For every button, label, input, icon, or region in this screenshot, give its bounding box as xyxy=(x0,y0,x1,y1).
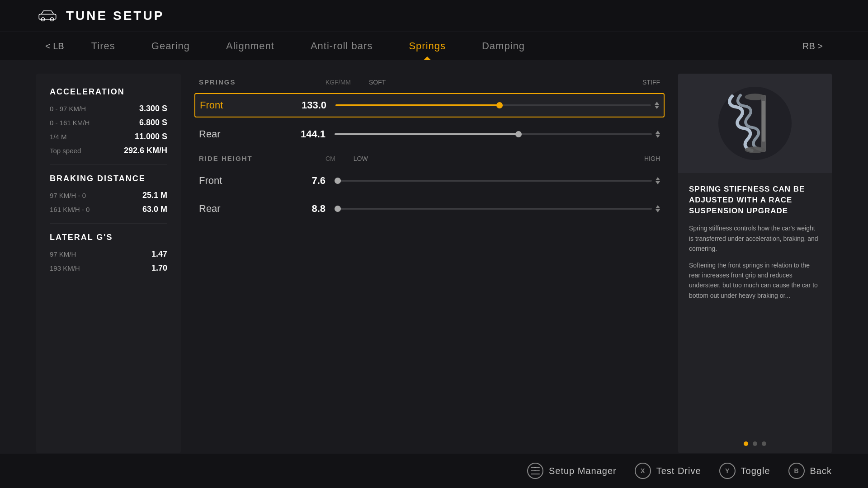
header: TUNE SETUP xyxy=(0,0,868,32)
stat-lateral-193: 193 KM/H 1.70 xyxy=(50,263,167,273)
svg-rect-10 xyxy=(531,474,540,474)
ride-height-rear-slider[interactable] xyxy=(335,202,652,216)
ride-height-high: HIGH xyxy=(644,155,660,162)
arrow-down-icon xyxy=(655,106,659,109)
divider-2 xyxy=(50,223,167,224)
info-para-2: Softening the front springs in relation … xyxy=(689,260,821,301)
setup-manager-button[interactable]: Setup Manager xyxy=(527,463,617,479)
arrow-down-rear-icon xyxy=(656,135,660,138)
lateral-title: LATERAL G'S xyxy=(50,233,167,242)
stat-0-97: 0 - 97 KM/H 3.300 S xyxy=(50,104,167,113)
svg-rect-11 xyxy=(534,467,536,468)
tab-tires[interactable]: Tires xyxy=(73,32,133,60)
ride-height-header: RIDE HEIGHT CM LOW HIGH xyxy=(199,155,660,162)
test-drive-button[interactable]: X Test Drive xyxy=(635,463,701,479)
carousel-dot-1[interactable] xyxy=(744,441,748,446)
springs-front-row[interactable]: Front 133.0 xyxy=(194,93,665,117)
springs-rear-slider[interactable] xyxy=(335,127,652,141)
springs-front-fill xyxy=(335,104,500,106)
arrow-down-rh-front-icon xyxy=(656,181,660,184)
test-drive-icon: X xyxy=(635,463,651,479)
stat-label-topspeed: Top speed xyxy=(50,147,81,155)
arrow-down-rh-rear-icon xyxy=(656,209,660,212)
setup-manager-label: Setup Manager xyxy=(549,466,617,476)
ride-height-front-slider[interactable] xyxy=(335,174,652,188)
springs-rear-row[interactable]: Rear 144.1 xyxy=(194,123,665,145)
setup-manager-icon xyxy=(527,463,543,479)
ride-height-front-row[interactable]: Front 7.6 xyxy=(194,169,665,192)
ride-height-rear-label: Rear xyxy=(199,203,289,215)
ride-height-label: RIDE HEIGHT xyxy=(199,155,326,162)
stats-panel: ACCELERATION 0 - 97 KM/H 3.300 S 0 - 161… xyxy=(36,74,181,453)
stat-top-speed: Top speed 292.6 KM/H xyxy=(50,146,167,155)
stat-value-braking-161: 63.0 M xyxy=(142,205,167,214)
toggle-button[interactable]: Y Toggle xyxy=(719,463,770,479)
stat-value-quarter: 11.000 S xyxy=(135,132,167,141)
footer: Setup Manager X Test Drive Y Toggle B Ba… xyxy=(0,454,868,488)
springs-front-value: 133.0 xyxy=(290,99,326,111)
info-content: SPRING STIFFNESS CAN BE ADJUSTED WITH A … xyxy=(678,173,832,434)
info-title: SPRING STIFFNESS CAN BE ADJUSTED WITH A … xyxy=(689,184,821,216)
springs-unit: KGF/MM xyxy=(326,79,351,86)
svg-rect-5 xyxy=(762,101,765,142)
stat-label-lateral-193: 193 KM/H xyxy=(50,264,80,272)
toggle-label: Toggle xyxy=(741,466,770,476)
divider-1 xyxy=(50,164,167,165)
ride-height-front-thumb xyxy=(335,178,341,184)
springs-front-label: Front xyxy=(200,99,290,111)
springs-stiff: STIFF xyxy=(642,79,660,86)
stat-label-lateral-97: 97 KM/H xyxy=(50,250,76,258)
main-content: ACCELERATION 0 - 97 KM/H 3.300 S 0 - 161… xyxy=(0,60,868,467)
ride-height-rear-value: 8.8 xyxy=(289,203,326,215)
stat-braking-161: 161 KM/H - 0 63.0 M xyxy=(50,205,167,214)
carousel-dot-2[interactable] xyxy=(753,441,757,446)
carousel-dots xyxy=(678,434,832,453)
stat-value-lateral-193: 1.70 xyxy=(151,263,167,273)
tab-alignment[interactable]: Alignment xyxy=(208,32,292,60)
stat-value-topspeed: 292.6 KM/H xyxy=(124,146,167,155)
ride-height-rear-row[interactable]: Rear 8.8 xyxy=(194,197,665,220)
arrow-up-icon xyxy=(655,102,659,105)
toggle-icon: Y xyxy=(719,463,736,479)
ride-height-low: LOW xyxy=(344,155,644,162)
spring-svg xyxy=(714,83,796,164)
springs-header: SPRINGS KGF/MM SOFT STIFF xyxy=(194,78,665,86)
ride-height-front-arrows xyxy=(656,177,660,184)
braking-title: BRAKING DISTANCE xyxy=(50,174,167,183)
tab-gearing[interactable]: Gearing xyxy=(133,32,208,60)
stat-0-161: 0 - 161 KM/H 6.800 S xyxy=(50,118,167,127)
stat-value-0-161: 6.800 S xyxy=(139,118,167,127)
back-button[interactable]: B Back xyxy=(788,463,832,479)
ride-height-rear-thumb xyxy=(335,206,341,212)
tab-springs[interactable]: Springs xyxy=(391,32,464,60)
tab-antiroll[interactable]: Anti-roll bars xyxy=(292,32,391,60)
stat-value-0-97: 3.300 S xyxy=(139,104,167,113)
car-icon xyxy=(36,8,59,23)
carousel-dot-3[interactable] xyxy=(762,441,766,446)
tune-panel: SPRINGS KGF/MM SOFT STIFF Front 133.0 Re… xyxy=(194,74,665,453)
lb-button[interactable]: < LB xyxy=(36,32,73,60)
arrow-up-rh-rear-icon xyxy=(656,205,660,208)
springs-rear-value: 144.1 xyxy=(289,128,326,140)
stat-value-braking-97: 25.1 M xyxy=(142,191,167,200)
springs-front-slider[interactable] xyxy=(335,99,651,112)
springs-front-thumb xyxy=(496,102,503,108)
rb-button[interactable]: RB > xyxy=(793,32,832,60)
ride-height-rear-track xyxy=(335,208,652,210)
ride-height-front-value: 7.6 xyxy=(289,175,326,187)
tab-damping[interactable]: Damping xyxy=(464,32,543,60)
springs-rear-fill xyxy=(335,133,519,135)
stat-label-0-161: 0 - 161 KM/H xyxy=(50,119,90,127)
stat-quarter-mile: 1/4 M 11.000 S xyxy=(50,132,167,141)
stat-label-braking-161: 161 KM/H - 0 xyxy=(50,206,90,213)
ride-height-rear-arrows xyxy=(656,205,660,212)
stat-label-quarter: 1/4 M xyxy=(50,133,67,141)
springs-rear-arrows xyxy=(656,131,660,138)
info-panel: SPRING STIFFNESS CAN BE ADJUSTED WITH A … xyxy=(678,74,832,453)
springs-rear-label: Rear xyxy=(199,128,289,140)
acceleration-title: ACCELERATION xyxy=(50,87,167,97)
stat-label-0-97: 0 - 97 KM/H xyxy=(50,105,86,113)
springs-rear-thumb xyxy=(515,131,522,137)
ride-height-front-track xyxy=(335,180,652,182)
arrow-up-rh-front-icon xyxy=(656,177,660,180)
